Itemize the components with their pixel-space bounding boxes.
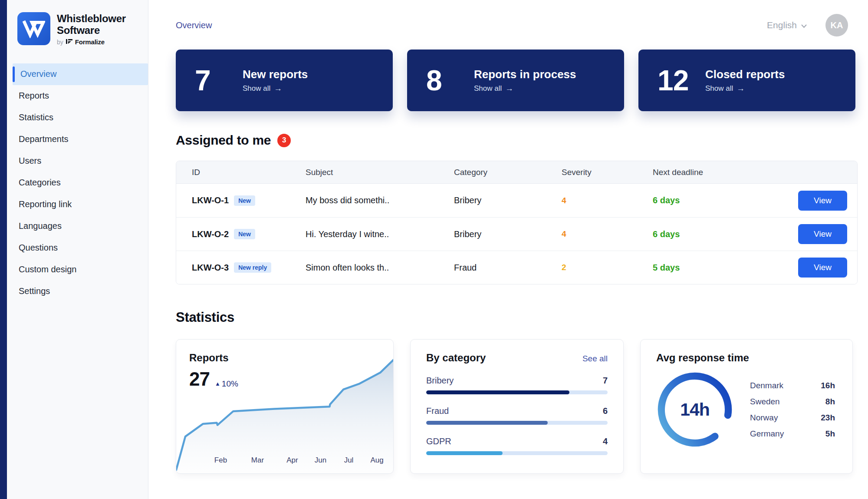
report-severity-cell: 2 (546, 263, 637, 272)
report-subject-cell: Simon often looks th.. (290, 263, 438, 273)
sidebar-item-statistics[interactable]: Statistics (7, 107, 148, 129)
arrow-right-icon: → (736, 84, 745, 93)
see-all-link[interactable]: See all (582, 354, 608, 364)
show-all-link[interactable]: Show all→ (243, 84, 308, 93)
category-row-header: Fraud6 (426, 406, 608, 416)
x-label-mar: Mar (251, 456, 264, 465)
report-deadline-cell: 6 days (637, 229, 785, 239)
show-all-label: Show all (705, 84, 733, 93)
sidebar-item-categories[interactable]: Categories (7, 172, 148, 194)
report-id: LKW-O-2 (192, 229, 229, 239)
language-label: English (767, 20, 797, 30)
table-row[interactable]: LKW-O-2NewHi. Yesterday I witne..Bribery… (176, 217, 857, 251)
category-bar-track (426, 451, 608, 455)
category-bar-fill (426, 421, 548, 425)
column-header-subject: Subject (290, 168, 438, 177)
country-value: 8h (825, 397, 835, 406)
report-subject-cell: My boss did somethi.. (290, 195, 438, 205)
x-label-aug: Aug (370, 456, 383, 465)
category-bar-track (426, 390, 608, 394)
report-subject-cell: Hi. Yesterday I witne.. (290, 229, 438, 239)
reports-chart-card: Reports 27 ▲ 10% (176, 339, 394, 474)
statistics-cards-row: Reports 27 ▲ 10% (176, 339, 858, 474)
sidebar-item-settings[interactable]: Settings (7, 281, 148, 302)
app-root: Whistleblower Software by Formalize (0, 0, 868, 499)
by-category-title: By category (426, 352, 486, 364)
summary-count: 8 (426, 64, 460, 97)
view-button[interactable]: View (798, 224, 847, 244)
whistleblower-logo-icon (17, 12, 50, 45)
country-value: 16h (821, 381, 835, 390)
summary-card-reports-in-process[interactable]: 8Reports in processShow all→ (407, 50, 624, 111)
sidebar-item-reports[interactable]: Reports (7, 85, 148, 107)
report-deadline-cell: 5 days (637, 263, 785, 273)
show-all-label: Show all (474, 84, 502, 93)
sidebar-item-custom-design[interactable]: Custom design (7, 259, 148, 281)
language-selector[interactable]: English (767, 20, 807, 30)
breadcrumb[interactable]: Overview (176, 20, 212, 30)
category-value: 6 (603, 406, 608, 416)
avatar[interactable]: KA (825, 14, 848, 36)
country-label: Germany (750, 429, 784, 439)
reports-chart-title: Reports (189, 352, 238, 364)
topbar-right: English KA (767, 14, 858, 36)
x-axis-labels: FebMarAprJunJulAug (176, 456, 393, 466)
assigned-table: IDSubjectCategorySeverityNext deadline L… (176, 161, 858, 284)
sidebar-nav: OverviewReportsStatisticsDepartmentsUser… (7, 63, 148, 302)
reports-change: ▲ 10% (215, 379, 238, 389)
summary-title: Closed reports (705, 68, 785, 81)
sidebar: Whistleblower Software by Formalize (7, 0, 148, 499)
view-button[interactable]: View (798, 258, 847, 278)
response-row-germany: Germany5h (750, 429, 835, 439)
sidebar-item-questions[interactable]: Questions (7, 237, 148, 259)
category-value: 7 (603, 376, 608, 386)
response-row-norway: Norway23h (750, 413, 835, 423)
status-badge: New (234, 229, 255, 239)
summary-title: Reports in process (474, 68, 576, 81)
sidebar-item-reporting-link[interactable]: Reporting link (7, 194, 148, 215)
summary-cards-row: 7New reportsShow all→8Reports in process… (176, 50, 858, 111)
trend-up-icon: ▲ (215, 380, 220, 387)
category-bar-track (426, 421, 608, 425)
brand-name: Whistleblower Software (57, 13, 126, 36)
category-row-fraud: Fraud6 (426, 406, 608, 425)
table-row[interactable]: LKW-O-3New replySimon often looks th..Fr… (176, 251, 857, 284)
summary-text: Reports in processShow all→ (474, 68, 576, 93)
by-category-header: By category See all (426, 352, 608, 364)
category-label: Bribery (426, 376, 454, 386)
sidebar-item-users[interactable]: Users (7, 150, 148, 172)
sidebar-item-languages[interactable]: Languages (7, 215, 148, 237)
summary-text: Closed reportsShow all→ (705, 68, 785, 93)
assigned-section-header: Assigned to me 3 (176, 133, 858, 148)
country-value: 23h (821, 413, 835, 423)
table-header-row: IDSubjectCategorySeverityNext deadline (176, 161, 857, 184)
category-bars: Bribery7Fraud6GDPR4 (426, 376, 608, 455)
report-severity-cell: 4 (546, 229, 637, 239)
reports-chart-header: Reports 27 ▲ 10% (189, 352, 238, 390)
arrow-right-icon: → (274, 84, 282, 93)
sidebar-item-overview[interactable]: Overview (13, 63, 148, 85)
assigned-title: Assigned to me (176, 133, 271, 148)
summary-card-new-reports[interactable]: 7New reportsShow all→ (176, 50, 393, 111)
sidebar-item-departments[interactable]: Departments (7, 129, 148, 150)
formalize-icon (66, 38, 72, 46)
table-body: LKW-O-1NewMy boss did somethi..Bribery46… (176, 184, 857, 284)
avg-response-title: Avg response time (656, 352, 837, 364)
summary-title: New reports (243, 68, 308, 81)
by-category-card: By category See all Bribery7Fraud6GDPR4 (410, 339, 624, 474)
x-label-feb: Feb (214, 456, 227, 465)
report-id-cell: LKW-O-3New reply (176, 262, 290, 273)
summary-text: New reportsShow all→ (243, 68, 308, 93)
brand: Whistleblower Software by Formalize (7, 0, 148, 57)
table-row[interactable]: LKW-O-1NewMy boss did somethi..Bribery46… (176, 184, 857, 217)
show-all-link[interactable]: Show all→ (705, 84, 785, 93)
country-label: Denmark (750, 381, 783, 390)
category-label: GDPR (426, 436, 451, 446)
show-all-link[interactable]: Show all→ (474, 84, 576, 93)
report-action-cell: View (785, 258, 857, 278)
category-bar-fill (426, 451, 503, 455)
summary-card-closed-reports[interactable]: 12Closed reportsShow all→ (638, 50, 855, 111)
view-button[interactable]: View (798, 191, 847, 211)
country-value: 5h (825, 429, 835, 439)
category-row-bribery: Bribery7 (426, 376, 608, 394)
